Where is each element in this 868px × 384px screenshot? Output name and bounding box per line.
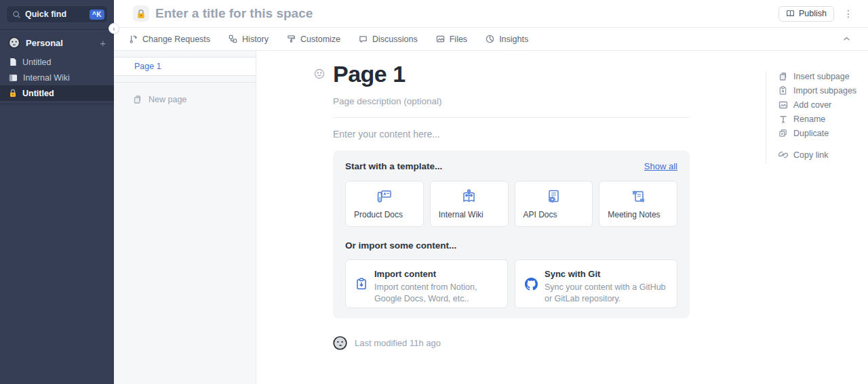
space-header: Enter a title for this space Publish ⋮ [114, 0, 868, 28]
content-placeholder[interactable]: Enter your content here... [333, 129, 690, 140]
tab-change-requests[interactable]: Change Requests [129, 35, 210, 44]
internal-wiki-icon [439, 188, 500, 205]
tab-files[interactable]: Files [436, 35, 467, 44]
gitbook-space-editor: Quick find ^K Personal + Untitled I [0, 0, 868, 384]
space-list: Untitled Internal Wiki Untitled [0, 54, 114, 104]
page-emoji-picker-icon[interactable] [314, 68, 325, 79]
sidebar-item-untitled-1[interactable]: Untitled [0, 54, 114, 70]
page-tree-item-page-1[interactable]: Page 1 [114, 57, 256, 76]
tab-customize[interactable]: Customize [287, 35, 340, 44]
sidebar-item-internal-wiki[interactable]: Internal Wiki [0, 70, 114, 85]
discussions-icon [359, 35, 368, 43]
content-region: Enter a title for this space Publish ⋮ C… [114, 0, 868, 384]
insert-subpage-button[interactable]: Insert subpage [778, 69, 868, 83]
meeting-notes-icon [608, 188, 669, 205]
publish-button[interactable]: Publish [778, 6, 834, 22]
quick-find-shortcut: ^K [90, 9, 104, 20]
insights-icon [486, 35, 494, 43]
workspace-name: Personal [26, 38, 100, 48]
document-column: Page 1 Page description (optional) Enter… [333, 60, 690, 318]
sync-with-git-card[interactable]: Sync with Git Sync your content with a G… [515, 259, 677, 308]
copy-link-button[interactable]: Copy link [778, 148, 868, 162]
user-avatar[interactable] [333, 336, 347, 350]
space-title-input[interactable]: Enter a title for this space [155, 6, 778, 21]
page-description-input[interactable]: Page description (optional) [333, 96, 690, 106]
page-tree-panel: Page 1 New page [114, 51, 256, 384]
product-docs-icon [354, 188, 415, 205]
add-cover-icon [778, 101, 788, 109]
show-all-link[interactable]: Show all [644, 161, 677, 171]
title-divider [333, 117, 690, 118]
api-docs-icon [524, 188, 585, 205]
space-lock-emoji[interactable] [133, 5, 149, 22]
tab-insights[interactable]: Insights [486, 35, 528, 44]
import-cards-row: Import content Import content from Notio… [345, 259, 677, 308]
editor-body: Page 1 New page Page 1 [114, 51, 868, 384]
template-heading: Start with a template... [345, 161, 644, 171]
sync-with-git-title: Sync with Git [545, 269, 600, 279]
files-icon [436, 35, 445, 43]
tab-history[interactable]: History [229, 35, 269, 44]
page-actions-menu: Insert subpage Import subpages Add cover [778, 69, 868, 162]
page-icon [9, 58, 17, 66]
import-content-title: Import content [374, 269, 436, 279]
last-modified-row: Last modified 11h ago [333, 336, 441, 350]
publish-label: Publish [799, 9, 827, 18]
quick-find-input[interactable]: Quick find ^K [6, 5, 108, 23]
import-heading: Or import some content... [345, 240, 677, 251]
github-icon [525, 268, 538, 300]
page-tree-divider [114, 82, 256, 83]
search-icon [12, 10, 21, 19]
publish-book-icon [786, 9, 795, 18]
getting-started-panel: Start with a template... Show all Produc… [333, 150, 690, 318]
last-modified-text: Last modified 11h ago [355, 338, 441, 348]
duplicate-button[interactable]: Duplicate [778, 126, 868, 140]
sidebar-collapse-button[interactable]: ‹ [108, 23, 119, 34]
copy-link-icon [778, 150, 788, 159]
add-cover-button[interactable]: Add cover [778, 98, 868, 112]
customize-icon [287, 35, 296, 43]
template-cards-row: Product Docs Internal Wiki [345, 181, 677, 227]
book-icon [9, 74, 18, 82]
import-content-description: Import content from Notion, Google Docs,… [374, 282, 498, 305]
more-options-button[interactable]: ⋮ [844, 9, 853, 18]
import-content-card[interactable]: Import content Import content from Notio… [345, 259, 508, 308]
page-title[interactable]: Page 1 [333, 60, 690, 88]
template-card-internal-wiki[interactable]: Internal Wiki [430, 181, 509, 227]
page-editor: Page 1 Page description (optional) Enter… [256, 51, 868, 384]
rename-button[interactable]: Rename [778, 112, 868, 126]
insert-subpage-icon [778, 72, 788, 81]
tab-discussions[interactable]: Discussions [359, 35, 418, 44]
sync-with-git-description: Sync your content with a GitHub or GitLa… [545, 282, 667, 305]
change-requests-icon [129, 35, 138, 43]
new-page-button[interactable]: New page [114, 90, 256, 109]
quick-find-label: Quick find [25, 9, 90, 19]
import-subpages-button[interactable]: Import subpages [778, 83, 868, 98]
workspace-sidebar: Quick find ^K Personal + Untitled I [0, 0, 114, 384]
history-icon [229, 35, 237, 43]
actions-divider [766, 71, 766, 164]
lock-icon [9, 89, 17, 98]
space-tabbar: Change Requests History Customize Discus… [114, 28, 868, 51]
import-content-icon [355, 268, 368, 300]
duplicate-icon [778, 129, 788, 137]
add-space-button[interactable]: + [100, 37, 106, 49]
sidebar-item-untitled-2[interactable]: Untitled [0, 85, 114, 101]
api-docs-card[interactable]: API Docs [515, 181, 593, 227]
workspace-avatar [8, 37, 20, 49]
meeting-notes-card[interactable]: Meeting Notes [599, 181, 677, 227]
collapse-tabbar-button[interactable] [843, 37, 850, 41]
rename-icon [778, 115, 788, 123]
import-subpages-icon [778, 86, 788, 95]
template-card-product-docs[interactable]: Product Docs [345, 181, 424, 227]
new-page-icon [133, 95, 142, 104]
workspace-row[interactable]: Personal + [0, 30, 114, 54]
